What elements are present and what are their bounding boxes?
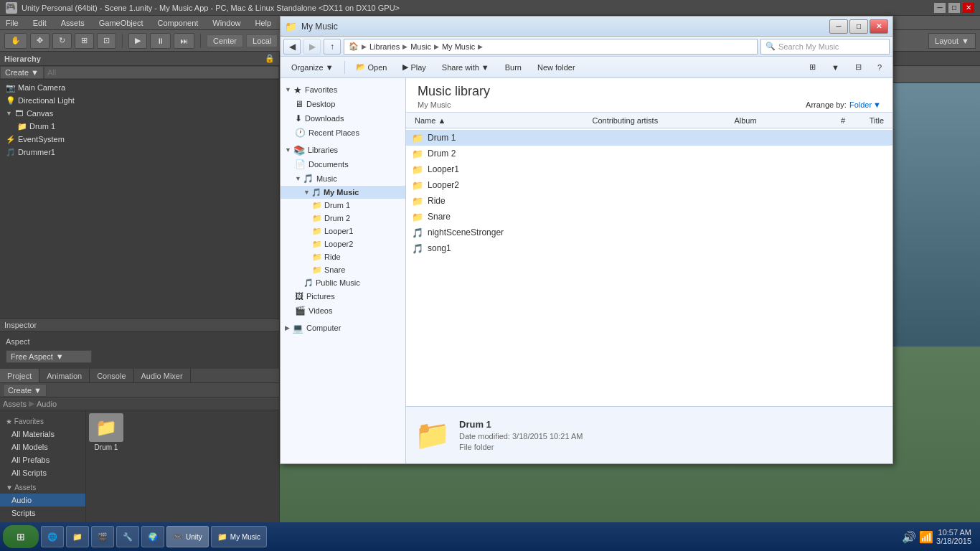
nav-computer-header[interactable]: ▶ 💻 Computer [281, 321, 405, 335]
taskbar-my-music[interactable]: 📁 My Music [211, 526, 267, 547]
minimize-button[interactable]: ─ [934, 3, 946, 13]
view-button[interactable]: ⊞ [803, 60, 822, 75]
scale-tool[interactable]: ⊞ [75, 33, 94, 49]
file-item-looper1[interactable]: 📁 Looper1 [406, 161, 892, 177]
nav-looper1[interactable]: 📁 Looper1 [281, 225, 405, 237]
step-button[interactable]: ⏭ [174, 33, 194, 49]
tab-console[interactable]: Console [90, 369, 133, 382]
hier-item-drum1[interactable]: 📁 Drum 1 [0, 120, 279, 133]
play-button[interactable]: ▶ [128, 33, 147, 49]
free-aspect-dropdown[interactable]: Free Aspect ▼ [6, 350, 92, 363]
col-number[interactable]: # [838, 113, 867, 128]
file-item-drum1[interactable]: 📁 Drum 1 [406, 130, 892, 146]
favorites-header[interactable]: ★ Favorites [0, 415, 85, 428]
tab-animation[interactable]: Animation [39, 369, 90, 382]
col-contributing-artists[interactable]: Contributing artists [589, 113, 731, 128]
nav-looper2[interactable]: 📁 Looper2 [281, 237, 405, 250]
menu-edit[interactable]: Edit [30, 17, 50, 29]
menu-file[interactable]: File [3, 17, 22, 29]
center-button[interactable]: Center [207, 34, 243, 47]
close-button[interactable]: ✕ [963, 3, 974, 13]
assets-header[interactable]: ▼ Assets [0, 481, 85, 494]
sidebar-all-models[interactable]: All Models [0, 441, 85, 453]
nav-favorites-header[interactable]: ▼ ★ Favorites [281, 83, 405, 97]
breadcrumb-assets[interactable]: Assets [3, 400, 27, 408]
hand-tool[interactable]: ✋ [4, 33, 27, 49]
nav-my-music[interactable]: ▼ 🎵 My Music [281, 186, 405, 199]
hier-item-drummer1[interactable]: 🎵 Drummer1 [0, 146, 279, 159]
burn-button[interactable]: Burn [499, 60, 528, 75]
play-button[interactable]: ▶ Play [396, 60, 432, 75]
taskbar-chrome[interactable]: 🌍 [141, 526, 164, 547]
drum1-folder-item[interactable]: 📁 Drum 1 [89, 413, 123, 451]
nav-drum1[interactable]: 📁 Drum 1 [281, 199, 405, 212]
col-name[interactable]: Name ▲ [412, 113, 589, 128]
address-bar[interactable]: 🏠 ▶ Libraries ▶ Music ▶ My Music ▶ [344, 39, 758, 55]
project-create-button[interactable]: Create ▼ [3, 384, 47, 397]
nav-libraries-header[interactable]: ▼ 📚 Libraries [281, 143, 405, 157]
pause-button[interactable]: ⏸ [150, 33, 171, 49]
explorer-close-button[interactable]: ✕ [870, 19, 888, 34]
file-item-ride[interactable]: 📁 Ride [406, 193, 892, 209]
file-item-nightscene[interactable]: 🎵 nightSceneStronger [406, 225, 892, 240]
taskbar-media[interactable]: 🎬 [91, 526, 114, 547]
sidebar-scripts[interactable]: Scripts [0, 507, 85, 519]
hierarchy-search-input[interactable] [44, 66, 279, 79]
arrange-value[interactable]: Folder ▼ [849, 100, 881, 109]
menu-window[interactable]: Window [209, 17, 243, 29]
tab-audio-mixer[interactable]: Audio Mixer [134, 369, 191, 382]
nav-snare[interactable]: 📁 Snare [281, 263, 405, 276]
hier-item-eventsystem[interactable]: ⚡ EventSystem [0, 133, 279, 146]
rect-tool[interactable]: ⊡ [97, 33, 116, 49]
sidebar-all-materials[interactable]: All Materials [0, 428, 85, 441]
file-item-snare[interactable]: 📁 Snare [406, 209, 892, 225]
hier-item-directional-light[interactable]: 💡 Directional Light [0, 94, 279, 107]
file-item-looper2[interactable]: 📁 Looper2 [406, 177, 892, 193]
tab-project[interactable]: Project [0, 369, 39, 382]
share-with-button[interactable]: Share with ▼ [435, 60, 496, 75]
hier-item-main-camera[interactable]: 📷 Main Camera [0, 81, 279, 94]
nav-ride[interactable]: 📁 Ride [281, 250, 405, 263]
address-my-music[interactable]: My Music [442, 42, 475, 51]
taskbar-explorer[interactable]: 📁 [66, 526, 89, 547]
network-icon[interactable]: 📶 [919, 530, 933, 544]
hierarchy-create-button[interactable]: Create ▼ [0, 66, 44, 79]
explorer-minimize-button[interactable]: ─ [829, 19, 848, 34]
taskbar-tool[interactable]: 🔧 [116, 526, 139, 547]
view-arrow[interactable]: ▼ [825, 60, 846, 75]
preview-pane-button[interactable]: ⊟ [849, 60, 868, 75]
nav-public-music[interactable]: 🎵 Public Music [281, 276, 405, 289]
forward-button[interactable]: ▶ [303, 39, 321, 55]
menu-gameobject[interactable]: GameObject [96, 17, 146, 29]
nav-videos[interactable]: 🎬 Videos [281, 303, 405, 318]
sidebar-audio[interactable]: Audio [0, 494, 85, 507]
sidebar-all-scripts[interactable]: All Scripts [0, 466, 85, 479]
open-button[interactable]: 📂 Open [349, 60, 394, 75]
nav-downloads[interactable]: ⬇ Downloads [281, 111, 405, 126]
start-button[interactable]: ⊞ [3, 525, 39, 548]
local-button[interactable]: Local [246, 34, 278, 47]
taskbar-unity[interactable]: 🎮 Unity [166, 526, 209, 547]
search-bar[interactable]: 🔍 Search My Music [760, 39, 890, 55]
nav-desktop[interactable]: 🖥 Desktop [281, 97, 405, 111]
col-album[interactable]: Album [731, 113, 838, 128]
taskbar-ie[interactable]: 🌐 [41, 526, 64, 547]
breadcrumb-audio[interactable]: Audio [37, 400, 57, 408]
menu-assets[interactable]: Assets [58, 17, 88, 29]
menu-help[interactable]: Help [252, 17, 274, 29]
layout-dropdown[interactable]: Layout ▼ [928, 33, 976, 49]
move-tool[interactable]: ✥ [30, 33, 50, 49]
new-folder-button[interactable]: New folder [531, 60, 582, 75]
nav-recent-places[interactable]: 🕐 Recent Places [281, 126, 405, 140]
nav-documents[interactable]: 📄 Documents [281, 157, 405, 171]
file-item-song1[interactable]: 🎵 song1 [406, 240, 892, 256]
col-title[interactable]: Title [867, 113, 887, 128]
file-item-drum2[interactable]: 📁 Drum 2 [406, 146, 892, 161]
help-button[interactable]: ? [871, 60, 888, 75]
nav-drum2[interactable]: 📁 Drum 2 [281, 212, 405, 225]
nav-pictures[interactable]: 🖼 Pictures [281, 289, 405, 303]
explorer-maximize-button[interactable]: □ [849, 19, 868, 34]
menu-component[interactable]: Component [154, 17, 201, 29]
up-button[interactable]: ↑ [324, 39, 341, 55]
sidebar-all-prefabs[interactable]: All Prefabs [0, 453, 85, 466]
